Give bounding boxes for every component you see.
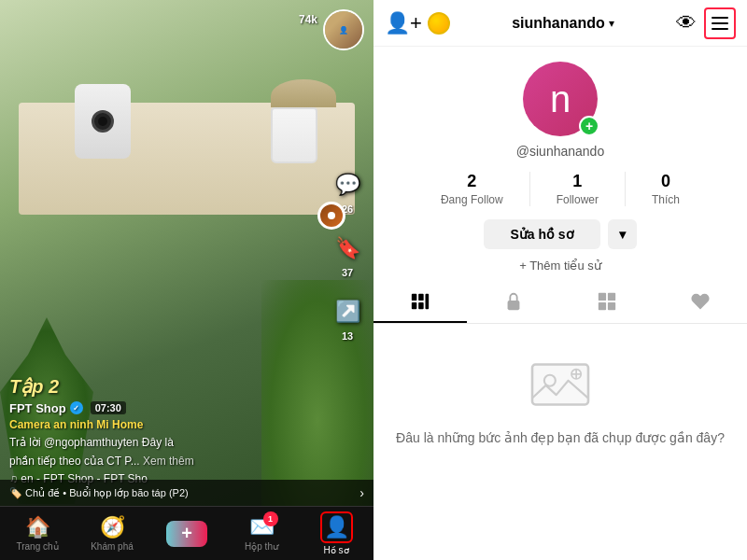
time-badge: 07:30: [91, 401, 126, 414]
empty-state-text: Đâu là những bức ảnh đẹp bạn đã chụp đượ…: [396, 428, 725, 448]
nav-add[interactable]: +: [159, 521, 215, 547]
stats-row: 2 Đang Follow 1 Follower 0 Thích: [374, 172, 747, 206]
video-desc-line1: Trả lời @ngophamthuyten Đây là: [9, 435, 317, 451]
menu-line-3: [712, 28, 728, 30]
coin-icon[interactable]: [428, 12, 450, 35]
menu-button[interactable]: [704, 7, 736, 39]
following-label: Đang Follow: [441, 193, 503, 206]
at-username: @siunhanando: [516, 144, 604, 159]
video-desc-line2: phần tiếp theo của CT P... Xem thêm: [9, 454, 317, 469]
dropdown-arrow-icon: ▾: [609, 17, 614, 30]
empty-state: Đâu là những bức ảnh đẹp bạn đã chụp đượ…: [377, 324, 743, 476]
following-count: 2: [467, 172, 476, 191]
svg-rect-4: [426, 294, 430, 310]
explore-label: Khám phá: [91, 541, 134, 552]
follower-count: 1: [572, 172, 582, 191]
add-button[interactable]: +: [166, 521, 207, 547]
share-action[interactable]: ↗️ 13: [331, 295, 364, 342]
video-description: Camera an ninh Mi Home: [9, 417, 317, 433]
creator-avatar-small[interactable]: 👤: [323, 9, 364, 50]
nav-profile[interactable]: 👤 Hồ sơ: [308, 511, 364, 555]
camera-lens: [92, 110, 114, 133]
svg-rect-0: [412, 294, 417, 301]
topbar-right: 👁: [676, 7, 736, 39]
eye-icon[interactable]: 👁: [676, 11, 697, 35]
inbox-label: Hộp thư: [245, 541, 278, 552]
profile-action-row: Sửa hồ sơ ▾: [484, 219, 636, 249]
follower-label: Follower: [557, 193, 599, 206]
tab-locked[interactable]: [467, 282, 560, 323]
share-count: 13: [342, 330, 353, 342]
mug-decoration: [271, 107, 317, 163]
add-friend-icon[interactable]: 👤+: [385, 11, 422, 35]
add-avatar-button[interactable]: +: [579, 116, 599, 136]
stat-likes[interactable]: 0 Thích: [626, 172, 706, 206]
bookmark-icon: 🔖: [331, 231, 364, 265]
menu-line-2: [712, 22, 728, 24]
profile-topbar: 👤+ siunhanando ▾ 👁: [374, 0, 747, 47]
profile-icon: 👤: [324, 515, 349, 539]
see-more-link[interactable]: Xem thêm: [143, 455, 194, 468]
tab-tagged[interactable]: [560, 282, 654, 323]
profile-label: Hồ sơ: [324, 545, 349, 555]
svg-rect-3: [418, 302, 424, 309]
username-text: siunhanando: [512, 15, 605, 32]
empty-photo-icon: [523, 352, 598, 417]
likes-count: 0: [661, 172, 670, 191]
video-info: Tập 2 FPT Shop ✓ 07:30 Camera an ninh Mi…: [9, 375, 317, 485]
share-icon: ↗️: [331, 295, 364, 329]
explore-icon: 🧭: [100, 515, 125, 539]
video-title-text: Camera an ninh Mi Home: [9, 418, 143, 431]
svg-rect-9: [608, 302, 615, 310]
banner-text: 🏷️ Chủ đề • Buổi họp lớp bão táp (P2): [9, 487, 189, 499]
svg-rect-2: [412, 302, 417, 309]
profile-nav-highlight-box: 👤: [320, 511, 353, 543]
bottom-banner[interactable]: 🏷️ Chủ đề • Buổi họp lớp bão táp (P2) ›: [0, 480, 374, 506]
add-bio-button[interactable]: + Thêm tiểu sử: [519, 259, 601, 273]
tab-liked[interactable]: [654, 282, 747, 323]
menu-line-1: [712, 17, 728, 19]
nav-inbox[interactable]: ✉️ 1 Hộp thư: [233, 515, 289, 552]
likes-label: Thích: [652, 193, 680, 206]
avatar-image: 👤: [325, 11, 362, 49]
bookmark-count: 37: [342, 267, 353, 278]
bottom-navigation: 🏠 Trang chủ 🧭 Khám phá + ✉️ 1 Hộp thư 👤 …: [0, 506, 374, 560]
tab-videos[interactable]: [374, 282, 467, 323]
svg-rect-5: [508, 301, 520, 310]
inbox-badge: 1: [263, 511, 278, 526]
camera-product: [75, 84, 131, 159]
stat-following[interactable]: 2 Đang Follow: [415, 172, 530, 206]
inbox-icon-wrapper: ✉️ 1: [249, 515, 275, 539]
banner-arrow-icon: ›: [359, 485, 364, 500]
profile-panel: 👤+ siunhanando ▾ 👁 n + @siunhanando: [374, 0, 747, 560]
episode-title: Tập 2: [9, 375, 317, 398]
like-count-display: 74k: [299, 13, 317, 26]
desk-area: [19, 28, 355, 215]
home-icon: 🏠: [25, 515, 50, 539]
avatar-section: n +: [523, 62, 598, 136]
svg-rect-1: [418, 294, 424, 301]
nav-explore[interactable]: 🧭 Khám phá: [84, 515, 140, 552]
home-label: Trang chủ: [16, 541, 58, 552]
stat-follower[interactable]: 1 Follower: [530, 172, 626, 206]
svg-rect-7: [608, 293, 615, 301]
comment-icon: 💬: [331, 168, 364, 202]
hat-decoration: [271, 79, 336, 107]
edit-profile-button[interactable]: Sửa hồ sơ: [484, 219, 599, 249]
profile-tabs: [374, 282, 747, 324]
verified-icon: ✓: [70, 401, 83, 414]
profile-content: n + @siunhanando 2 Đang Follow 1 Followe…: [374, 47, 747, 560]
username-dropdown[interactable]: siunhanando ▾: [512, 15, 614, 32]
bookmark-action[interactable]: 🔖 37: [331, 231, 364, 278]
action-buttons: 💬 26 🔖 37 ↗️ 13: [331, 168, 364, 342]
share-profile-dropdown[interactable]: ▾: [608, 219, 637, 249]
topbar-left: 👤+: [385, 11, 450, 35]
svg-rect-8: [599, 302, 606, 310]
video-panel: 👤 74k 💬 26 🔖 37 ↗️ 13 Tập 2 FPT Shop ✓ 0…: [0, 0, 374, 560]
nav-home[interactable]: 🏠 Trang chủ: [9, 515, 65, 552]
svg-rect-6: [599, 293, 606, 301]
music-disc: [317, 202, 345, 230]
channel-name: FPT Shop ✓ 07:30: [9, 401, 317, 415]
